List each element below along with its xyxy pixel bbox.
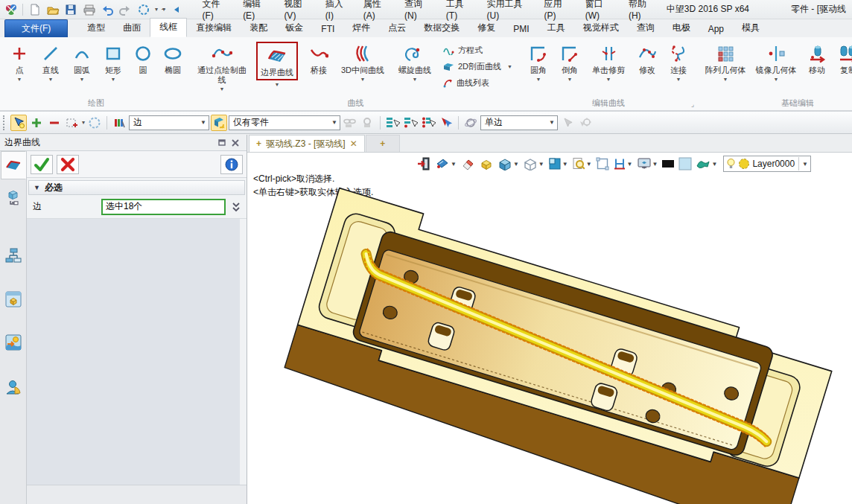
tab-visual-style[interactable]: 视觉样式 — [574, 19, 628, 37]
chamfer-button[interactable]: 倒角▼ — [554, 39, 585, 82]
tab-view-manager[interactable] — [1, 285, 26, 313]
tab-fti[interactable]: FTI — [312, 22, 343, 37]
dropdown-arrow-icon[interactable]: ▼ — [606, 77, 611, 82]
tab-weldment[interactable]: 焊件 — [343, 19, 379, 37]
dropdown-arrow-icon[interactable]: ▼ — [536, 77, 541, 82]
dropdown-arrow-icon[interactable]: ▼ — [507, 64, 512, 69]
line-button[interactable]: 直线▼ — [35, 39, 66, 82]
tab-manager[interactable] — [1, 184, 26, 212]
new-file-icon[interactable] — [28, 2, 41, 17]
loop-pick-icon[interactable] — [360, 115, 376, 131]
tab-wireframe[interactable]: 线框 — [150, 18, 187, 37]
pick-cursor-disabled-icon[interactable] — [559, 115, 576, 131]
connect-button[interactable]: 连接▼ — [663, 39, 694, 82]
ribbon-file-tab[interactable]: 文件(F) — [4, 19, 68, 37]
dropdown-arrow-icon[interactable]: ▼ — [568, 77, 573, 82]
dialog-launcher-icon[interactable]: ⌟ — [691, 101, 694, 108]
dropdown-arrow-icon[interactable]: ▾ — [82, 119, 85, 126]
redo-icon[interactable] — [118, 2, 132, 17]
tab-user[interactable] — [1, 373, 26, 401]
new-document-tab[interactable]: + — [366, 135, 400, 152]
dropdown-arrow-icon[interactable]: ▼ — [220, 86, 225, 92]
tab-direct-edit[interactable]: 直接编辑 — [187, 19, 241, 37]
dropdown-arrow-icon[interactable]: ▼ — [774, 77, 779, 82]
fillet-button[interactable]: 圆角▼ — [523, 39, 554, 82]
collapse-ribbon-icon[interactable] — [170, 2, 183, 17]
pin-tab-icon[interactable]: + — [256, 138, 261, 149]
equation-button[interactable]: 方程式 — [443, 45, 512, 56]
pattern-geometry-button[interactable]: 阵列几何体▼ — [700, 39, 751, 82]
2d-section-curve-button[interactable]: 2D剖面曲线 ▼ — [443, 61, 512, 72]
arc-button[interactable]: 圆弧▼ — [66, 39, 98, 82]
tab-boundary-curve[interactable] — [1, 151, 26, 179]
expand-options-icon[interactable] — [229, 199, 244, 215]
pick-hint-toggle[interactable] — [10, 115, 27, 131]
panel-restore-icon[interactable] — [215, 137, 229, 149]
one-click-trim-button[interactable]: 单击修剪▼ — [585, 39, 632, 82]
modify-button[interactable]: 修改 — [632, 39, 663, 75]
toolbar-grip-handle[interactable] — [3, 115, 7, 130]
panel-close-icon[interactable] — [229, 137, 242, 149]
dropdown-arrow-icon[interactable]: ▼ — [48, 77, 54, 82]
selection-filter-icon[interactable] — [137, 2, 150, 17]
cancel-button[interactable] — [57, 155, 79, 174]
chevron-down-icon[interactable]: ▾ — [155, 6, 158, 13]
tab-data-exchange[interactable]: 数据交换 — [415, 19, 468, 37]
tab-visualization[interactable] — [1, 328, 26, 357]
pick-all-list-icon[interactable] — [420, 115, 436, 131]
curve-list-button[interactable]: 曲线列表 — [443, 77, 512, 89]
tab-pmi[interactable]: PMI — [504, 22, 538, 37]
pick-mode-dropdown[interactable]: 单边▼ — [480, 115, 558, 130]
pick-scope-toggle[interactable] — [211, 115, 227, 131]
pick-settings-disabled-icon[interactable] — [577, 115, 594, 131]
dropdown-arrow-icon[interactable]: ▼ — [413, 77, 418, 82]
dropdown-arrow-icon[interactable]: ▼ — [80, 77, 85, 82]
curve-through-points-button[interactable]: 通过点绘制曲线▼ — [194, 39, 249, 92]
pick-from-list-icon[interactable] — [384, 115, 401, 131]
tab-point-cloud[interactable]: 点云 — [379, 19, 415, 37]
dropdown-arrow-icon[interactable]: ▼ — [111, 77, 116, 82]
required-section-header[interactable]: ▼ 必选 — [28, 180, 245, 195]
dropdown-arrow-icon[interactable]: ▼ — [360, 77, 366, 82]
pick-mode-gyro-icon[interactable] — [462, 115, 479, 131]
bridge-button[interactable]: 桥接 — [305, 39, 333, 75]
tab-shape[interactable]: 造型 — [78, 19, 114, 37]
move-button[interactable]: 移动 — [801, 39, 833, 75]
lasso-select-icon[interactable] — [86, 115, 103, 131]
3d-middle-curve-button[interactable]: 3D中间曲线▼ — [333, 39, 392, 82]
tab-inquire[interactable]: 查询 — [628, 19, 664, 37]
dropdown-arrow-icon[interactable]: ▼ — [17, 77, 22, 82]
info-button[interactable] — [220, 155, 243, 174]
dropdown-arrow-icon[interactable]: ▼ — [275, 82, 280, 87]
tab-repair[interactable]: 修复 — [468, 19, 504, 37]
circle-button[interactable]: 圆 — [129, 39, 157, 75]
tab-surface[interactable]: 曲面 — [114, 19, 150, 37]
dropdown-arrow-icon[interactable]: ▼ — [676, 77, 681, 82]
undo-icon[interactable] — [101, 2, 114, 17]
tab-history-tree[interactable] — [1, 242, 26, 270]
save-icon[interactable] — [64, 2, 77, 17]
tab-mold[interactable]: 模具 — [733, 19, 769, 37]
document-tab-active[interactable]: + 驱动线.Z3 - [驱动线] ✕ — [249, 135, 365, 152]
close-tab-icon[interactable]: ✕ — [350, 138, 357, 149]
point-button[interactable]: 点▼ — [4, 39, 35, 82]
ok-button[interactable] — [31, 155, 53, 174]
tab-app[interactable]: App — [699, 22, 733, 37]
boundary-curve-button[interactable]: 边界曲线 ▼ — [249, 39, 305, 87]
tab-assembly[interactable]: 装配 — [241, 19, 276, 37]
graphics-canvas[interactable]: ▼ ▼ ▼ ▼ ▼ ▼ ▼ ▼ Layer0000 ▼ — [247, 153, 852, 504]
entity-filter-dropdown[interactable]: 边▼ — [129, 115, 209, 130]
ellipse-button[interactable]: 椭圆 — [157, 39, 188, 75]
spiral-curve-button[interactable]: 螺旋曲线▼ — [392, 39, 437, 82]
tab-sheet-metal[interactable]: 钣金 — [276, 19, 312, 37]
toolbar-options-icon[interactable]: ▾̶ — [162, 6, 165, 13]
model-drive-plate[interactable] — [247, 153, 851, 504]
dropdown-arrow-icon[interactable]: ▼ — [723, 77, 728, 82]
pick-last-list-icon[interactable] — [402, 115, 419, 131]
open-file-icon[interactable] — [46, 2, 60, 17]
add-to-selection-icon[interactable] — [28, 115, 45, 131]
rectangle-button[interactable]: 矩形▼ — [98, 39, 129, 82]
scope-filter-dropdown[interactable]: 仅有零件▼ — [229, 115, 340, 130]
window-select-icon[interactable] — [64, 115, 80, 131]
reselect-cursor-icon[interactable] — [438, 115, 454, 131]
